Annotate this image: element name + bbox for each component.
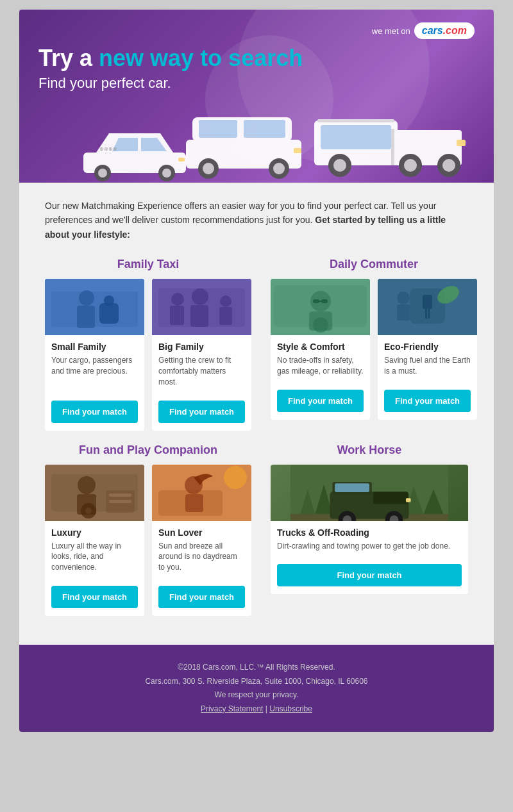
svg-point-66 (85, 508, 92, 514)
svg-point-41 (192, 288, 208, 305)
trucks-btn-wrap: Find your match (271, 558, 468, 594)
svg-rect-55 (423, 295, 432, 309)
svg-rect-83 (335, 483, 369, 492)
card-body-luxury: Luxury Luxury all the way in looks, ride… (45, 521, 144, 579)
svg-point-33 (79, 290, 94, 306)
card-image-luxury (45, 465, 144, 521)
style-comfort-find-btn[interactable]: Find your match (277, 390, 364, 412)
top-categories-row: Family Taxi (45, 258, 468, 430)
svg-rect-56 (425, 309, 427, 319)
car-truck (308, 98, 468, 181)
svg-point-43 (220, 295, 231, 307)
eco-title: Eco-Friendly (384, 342, 471, 352)
header-headline: Try a new way to search (38, 46, 475, 71)
big-family-title: Big Family (158, 342, 245, 352)
svg-rect-49 (313, 299, 319, 303)
sun-lover-desc: Sun and breeze all around is no daydream… (158, 541, 245, 573)
eco-desc: Saving fuel and the Earth is a must. (384, 355, 471, 377)
sun-lover-illustration (152, 465, 251, 521)
svg-rect-51 (319, 301, 321, 302)
card-image-big-family (152, 279, 251, 335)
footer-address: Cars.com, 300 S. Riverside Plaza, Suite … (45, 675, 468, 689)
small-family-find-btn[interactable]: Find your match (51, 401, 138, 423)
big-family-find-btn[interactable]: Find your match (158, 401, 245, 423)
card-body-big-family: Big Family Getting the crew to fit comfo… (152, 335, 251, 394)
svg-point-17 (273, 163, 285, 174)
luxury-find-btn[interactable]: Find your match (51, 586, 138, 608)
svg-rect-18 (294, 148, 301, 153)
eco-illustration (378, 279, 477, 335)
card-eco-friendly: Eco-Friendly Saving fuel and the Earth i… (378, 279, 477, 420)
svg-point-5 (98, 169, 107, 178)
svg-rect-21 (321, 125, 391, 149)
daily-commuter-title: Daily Commuter (271, 258, 477, 271)
luxury-illustration (45, 465, 144, 521)
svg-rect-29 (391, 129, 394, 165)
card-big-family: Big Family Getting the crew to fit comfo… (152, 279, 251, 430)
svg-rect-74 (185, 494, 203, 512)
svg-point-52 (313, 317, 328, 333)
svg-point-63 (78, 476, 96, 494)
eco-find-btn[interactable]: Find your match (384, 390, 471, 412)
svg-point-26 (404, 159, 417, 172)
svg-rect-13 (244, 120, 285, 138)
footer-copyright: ©2018 Cars.com, LLC.™ All Rights Reserve… (45, 661, 468, 675)
svg-rect-60 (397, 304, 410, 320)
sun-lover-btn-wrap: Find your match (152, 579, 251, 616)
intro-paragraph: Our new Matchmaking Experience offers an… (45, 199, 468, 242)
svg-rect-30 (457, 140, 466, 146)
card-image-trucks (271, 465, 468, 521)
eco-btn-wrap: Find your match (378, 383, 477, 420)
truck-offroad-illustration (271, 465, 468, 521)
card-style-comfort: Style & Comfort No trade-offs in safety,… (271, 279, 370, 420)
trucks-find-btn[interactable]: Find your match (277, 564, 462, 586)
style-comfort-desc: No trade-offs in safety, gas mileage, or… (277, 355, 364, 377)
card-image-small-family (45, 279, 144, 335)
svg-point-15 (203, 163, 214, 174)
privacy-statement-link[interactable]: Privacy Statement (201, 704, 263, 713)
card-sun-lover: Sun Lover Sun and breeze all around is n… (152, 465, 251, 616)
svg-point-71 (224, 466, 247, 489)
luxury-btn-wrap: Find your match (45, 579, 144, 616)
card-body-eco: Eco-Friendly Saving fuel and the Earth i… (378, 335, 477, 383)
svg-point-39 (171, 293, 184, 306)
svg-rect-12 (199, 120, 237, 138)
big-family-desc: Getting the crew to fit comfortably matt… (158, 355, 245, 387)
luxury-title: Luxury (51, 527, 138, 538)
svg-point-28 (442, 159, 455, 172)
svg-rect-69 (109, 500, 131, 503)
header-subtitle: Find your perfect car. (38, 75, 475, 92)
card-body-small-family: Small Family Your cargo, passengers and … (45, 335, 144, 394)
svg-rect-40 (170, 306, 184, 325)
card-body-trucks: Trucks & Off-Roading Dirt-crawling and t… (271, 521, 468, 558)
svg-point-7 (162, 169, 171, 178)
email-container: we met on cars.com Try a new way to sear… (19, 10, 494, 732)
unsubscribe-link[interactable]: Unsubscribe (269, 704, 312, 713)
style-comfort-illustration (271, 279, 370, 335)
card-body-style-comfort: Style & Comfort No trade-offs in safety,… (271, 335, 370, 383)
category-family-taxi: Family Taxi (45, 258, 251, 430)
truck-svg (308, 98, 468, 181)
headline-highlight: new way to search (99, 45, 303, 71)
bottom-categories-row: Fun and Play Companion (45, 443, 468, 616)
svg-rect-44 (219, 307, 232, 325)
work-horse-cards: Trucks & Off-Roading Dirt-crawling and t… (271, 465, 468, 595)
small-family-illustration (45, 279, 144, 335)
big-family-btn-wrap: Find your match (152, 394, 251, 431)
fun-play-cards: Luxury Luxury all the way in looks, ride… (45, 465, 251, 616)
svg-rect-42 (190, 305, 208, 327)
car-sedan: ⊕⊕⊕⊕ (77, 117, 192, 181)
footer: ©2018 Cars.com, LLC.™ All Rights Reserve… (19, 645, 494, 732)
style-comfort-btn-wrap: Find your match (271, 383, 370, 420)
svg-point-24 (333, 159, 346, 172)
small-family-title: Small Family (51, 342, 138, 352)
body-section: Our new Matchmaking Experience offers an… (19, 183, 494, 645)
trucks-title: Trucks & Off-Roading (277, 527, 462, 538)
fun-play-title: Fun and Play Companion (45, 443, 251, 457)
svg-point-36 (104, 295, 114, 306)
car-illustrations: ⊕⊕⊕⊕ (38, 98, 475, 181)
small-family-desc: Your cargo, passengers and time are prec… (51, 355, 138, 387)
sun-lover-find-btn[interactable]: Find your match (158, 586, 245, 608)
svg-rect-57 (428, 309, 430, 319)
card-trucks-offroad: Trucks & Off-Roading Dirt-crawling and t… (271, 465, 468, 595)
